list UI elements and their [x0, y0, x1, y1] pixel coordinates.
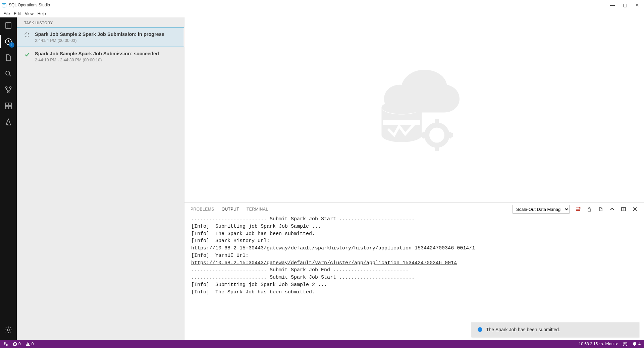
output-content[interactable]: ......................... Submit Spark J…	[184, 216, 644, 340]
task-title: Spark Job Sample Spark Job Submission: s…	[35, 51, 178, 56]
open-log-icon[interactable]	[598, 206, 604, 212]
main: 1 TASK HISTORY Spar	[0, 17, 644, 340]
svg-point-44	[6, 344, 7, 346]
clear-output-icon[interactable]	[575, 206, 581, 212]
close-panel-icon[interactable]	[632, 206, 638, 212]
status-warnings[interactable]: 0	[25, 342, 34, 346]
status-connection[interactable]: 10.68.2.15 : <default>	[579, 342, 618, 346]
svg-point-7	[10, 87, 11, 89]
window-controls: — ▢ ✕	[610, 2, 643, 8]
status-bar: 0 0 10.68.2.15 : <default> 4	[0, 340, 644, 348]
svg-point-24	[427, 125, 447, 145]
task-subtitle: 2:44:19 PM - 2:44:30 PM (00:00:10)	[35, 58, 178, 62]
svg-rect-38	[588, 209, 591, 211]
status-errors[interactable]: 0	[13, 342, 21, 346]
task-title: Spark Job Sample 2 Spark Job Submission:…	[35, 32, 178, 37]
menu-bar: File Edit View Help	[0, 10, 644, 17]
svg-point-16	[29, 35, 29, 35]
close-button[interactable]: ✕	[635, 2, 639, 8]
svg-point-17	[28, 36, 29, 37]
task-item[interactable]: Spark Job Sample Spark Job Submission: s…	[17, 47, 184, 66]
svg-point-51	[624, 343, 625, 344]
svg-point-21	[25, 33, 25, 34]
svg-point-52	[626, 343, 626, 344]
svg-point-0	[2, 3, 6, 4]
svg-point-43	[4, 342, 5, 344]
output-channel-select[interactable]: Scale-Out Data Manag	[513, 205, 570, 214]
check-icon	[24, 51, 30, 62]
svg-rect-10	[9, 103, 11, 106]
status-feedback[interactable]	[623, 342, 628, 347]
svg-rect-39	[622, 208, 626, 211]
task-history-sidebar: TASK HISTORY Spark Job Sample 2 Spark Jo…	[17, 17, 184, 340]
lock-scroll-icon[interactable]	[586, 206, 592, 212]
activity-bar: 1	[0, 17, 17, 340]
svg-point-49	[28, 345, 28, 345]
sidebar-header: TASK HISTORY	[17, 17, 184, 27]
menu-view[interactable]: View	[23, 11, 36, 16]
svg-point-22	[382, 101, 422, 114]
svg-rect-26	[435, 145, 439, 151]
history-badge: 1	[9, 42, 14, 48]
status-remote[interactable]	[3, 342, 8, 346]
svg-rect-25	[435, 119, 439, 125]
toggle-panel-icon[interactable]	[621, 206, 627, 212]
status-warnings-count: 0	[32, 342, 34, 346]
activity-azure[interactable]	[4, 117, 13, 127]
notification-toast[interactable]: The Spark Job has been submitted.	[472, 322, 639, 337]
app-icon	[1, 2, 7, 8]
window-title: SQL Operations Studio	[9, 3, 50, 7]
activity-servers[interactable]	[4, 21, 13, 30]
output-link[interactable]: https://10.68.2.15:30443/gateway/default…	[191, 260, 457, 266]
activity-source-control[interactable]	[4, 85, 13, 95]
svg-point-20	[24, 35, 25, 35]
tab-problems[interactable]: PROBLEMS	[191, 206, 214, 213]
welcome-logo-icon	[364, 60, 465, 160]
menu-file[interactable]: File	[1, 11, 12, 16]
activity-extensions[interactable]	[4, 101, 13, 111]
chevron-up-icon[interactable]	[609, 206, 615, 212]
svg-point-18	[26, 37, 27, 37]
task-list: Spark Job Sample 2 Spark Job Submission:…	[17, 27, 184, 340]
svg-point-8	[8, 92, 9, 93]
tab-output[interactable]: OUTPUT	[222, 206, 239, 213]
welcome-splash	[184, 17, 644, 202]
activity-task-history[interactable]: 1	[4, 37, 13, 46]
toast-message: The Spark Job has been submitted.	[486, 327, 560, 332]
title-bar: SQL Operations Studio — ▢ ✕	[0, 0, 644, 10]
task-item[interactable]: Spark Job Sample 2 Spark Job Submission:…	[17, 27, 184, 47]
spinner-icon	[24, 32, 30, 43]
menu-help[interactable]: Help	[36, 11, 48, 16]
output-link[interactable]: https://10.68.2.15:30443/gateway/default…	[191, 245, 475, 251]
bottom-panel: PROBLEMS OUTPUT TERMINAL Scale-Out Data …	[184, 202, 644, 340]
svg-point-14	[26, 33, 28, 34]
svg-point-55	[480, 328, 480, 329]
activity-search[interactable]	[4, 69, 13, 78]
tab-terminal[interactable]: TERMINAL	[247, 206, 268, 213]
minimize-button[interactable]: —	[610, 2, 615, 8]
svg-rect-1	[6, 22, 11, 28]
status-notifications[interactable]: 4	[632, 342, 641, 346]
svg-point-50	[623, 342, 627, 346]
svg-point-19	[25, 36, 26, 37]
svg-rect-12	[9, 106, 11, 109]
svg-point-6	[6, 87, 7, 89]
task-subtitle: 2:44:54 PM (00:00:03)	[35, 38, 178, 43]
activity-explorer[interactable]	[4, 53, 13, 62]
svg-rect-9	[5, 103, 8, 106]
svg-rect-11	[5, 106, 8, 109]
svg-line-5	[9, 75, 11, 77]
status-notifications-count: 4	[638, 342, 641, 346]
panel-tabs: PROBLEMS OUTPUT TERMINAL Scale-Out Data …	[184, 203, 644, 216]
svg-rect-23	[383, 120, 420, 125]
svg-point-4	[6, 71, 10, 75]
activity-settings[interactable]	[4, 325, 13, 335]
info-icon	[477, 327, 483, 332]
svg-point-15	[28, 33, 29, 34]
svg-rect-54	[480, 329, 480, 331]
editor-region: PROBLEMS OUTPUT TERMINAL Scale-Out Data …	[184, 17, 644, 340]
menu-edit[interactable]: Edit	[12, 11, 23, 16]
status-errors-count: 0	[18, 342, 21, 346]
svg-point-13	[7, 329, 9, 331]
maximize-button[interactable]: ▢	[623, 2, 627, 8]
